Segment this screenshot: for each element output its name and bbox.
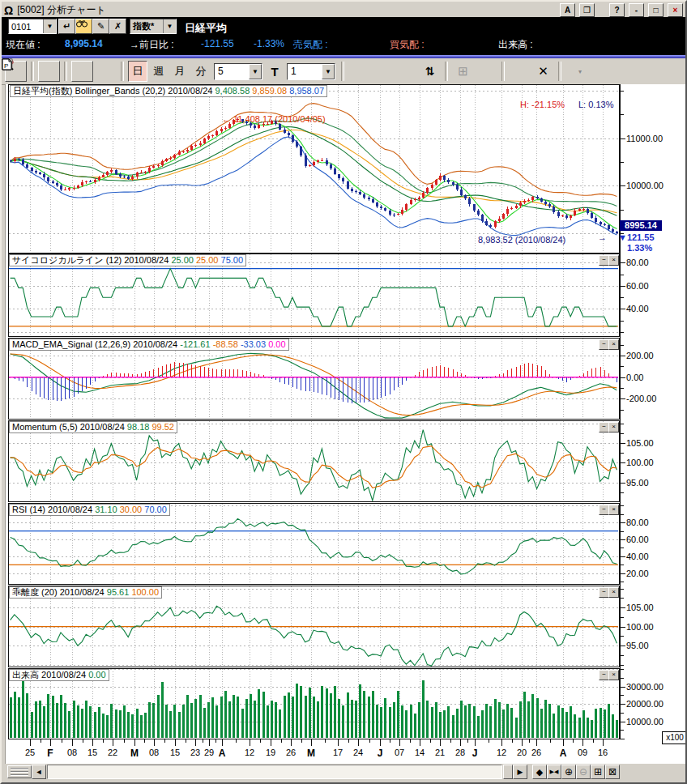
y-tick-label: 10000.00 bbox=[626, 717, 664, 726]
y-tick-label: -200.00 bbox=[626, 394, 656, 403]
header-text: 日経平均(指数) Bollinger_Bands (20,2) 2010/08/… bbox=[13, 86, 215, 96]
header-text: 30.00 bbox=[117, 505, 143, 514]
y-tick-label: 80.00 bbox=[626, 518, 649, 527]
scrollbar-track[interactable] bbox=[47, 765, 502, 779]
y-tick-label: 105.00 bbox=[626, 603, 654, 612]
grid-toggle-button[interactable]: ⊞ bbox=[591, 765, 605, 779]
y-tick-label: 0.00 bbox=[626, 373, 643, 382]
header-text: 98.18 bbox=[127, 422, 150, 432]
y-tick-label: 30000.00 bbox=[626, 682, 664, 692]
panel-close-button[interactable]: × bbox=[608, 670, 619, 680]
panel-close-button[interactable]: × bbox=[608, 505, 619, 515]
y-tick-label: 40.00 bbox=[626, 552, 649, 561]
x-axis-label: 24 bbox=[348, 748, 369, 757]
y-tick-label: 11000.00 bbox=[626, 134, 663, 143]
x-axis-label: 21 bbox=[429, 748, 450, 757]
kairi-panel-header: 乖離度 (20) 2010/08/24 95.61 100.00 bbox=[9, 586, 162, 599]
psych-panel-header: サイコロジカルライン (12) 2010/08/24 25.00 25.00 7… bbox=[9, 254, 246, 266]
x-axis-label: A bbox=[211, 748, 233, 759]
header-text: 31.10 bbox=[95, 505, 117, 514]
x-axis-label: 12 bbox=[239, 748, 260, 757]
x-axis-label: A bbox=[553, 748, 574, 759]
macd-panel-header: MACD_EMA_Signal (12,26,9) 2010/08/24 -12… bbox=[9, 339, 289, 351]
header-text: 8,958.07 bbox=[287, 86, 324, 96]
zoom-out-button[interactable]: ⊖ bbox=[576, 765, 591, 779]
arrow-right-icon: → bbox=[598, 232, 607, 242]
volume-panel-header: 出来高 2010/08/24 0.00 bbox=[9, 669, 109, 681]
x-axis-label: 08 bbox=[143, 748, 164, 757]
header-text: 100.00 bbox=[129, 587, 159, 597]
close-panel-button[interactable]: ⊠ bbox=[605, 765, 620, 779]
panel-close-button[interactable]: × bbox=[608, 255, 619, 266]
low-change-badge: L: 0.13% bbox=[578, 100, 613, 109]
y-tick-label: 105.00 bbox=[626, 438, 654, 448]
y-tick-label: 200.00 bbox=[626, 351, 654, 360]
resize-grip[interactable] bbox=[7, 765, 32, 778]
x-axis-label: 08 bbox=[62, 748, 83, 757]
header-text: サイコロジカルライン (12) 2010/08/24 bbox=[12, 255, 171, 265]
x-axis-label: 26 bbox=[280, 748, 301, 757]
y-tick-label: 60.00 bbox=[626, 535, 649, 544]
last-price-change: ▼121.55 bbox=[618, 232, 655, 242]
x-axis-label: 15 bbox=[164, 748, 186, 757]
peak-price-annotation: ← 11,408.17 (2010/04/05) bbox=[222, 114, 326, 124]
chart-canvas bbox=[2, 2, 687, 766]
scroll-left-button[interactable]: ◄ bbox=[32, 765, 46, 779]
momentum-panel-header: Momentum (5,5) 2010/08/24 98.18 99.52 bbox=[9, 421, 177, 433]
scroll-right-button[interactable]: ▶ bbox=[513, 765, 527, 779]
y-tick-label: 20000.00 bbox=[626, 699, 664, 709]
header-text: Momentum (5,5) 2010/08/24 bbox=[12, 422, 127, 432]
x-axis-label: J bbox=[464, 748, 485, 759]
zoom-in-button[interactable]: ⊕ bbox=[561, 765, 576, 779]
panel-close-button[interactable]: × bbox=[608, 422, 619, 432]
x-axis-label: M bbox=[301, 748, 322, 759]
y-tick-label: 95.00 bbox=[626, 478, 649, 488]
low-price-annotation: 8,983.52 (2010/08/24) bbox=[478, 235, 565, 245]
x-axis-label: 19 bbox=[260, 748, 281, 757]
high-change-badge: H: -21.15% bbox=[520, 100, 565, 109]
header-text: 0.00 bbox=[266, 339, 285, 349]
header-text: -33.03 bbox=[238, 339, 266, 349]
y-tick-label: 100.00 bbox=[626, 458, 654, 467]
app-window: Ω [5002] 分析チャート A ❐ ? - □ × 0101 ▼ ↵ ✎ ✗… bbox=[0, 0, 687, 784]
header-text: RSI (14) 2010/08/24 bbox=[12, 505, 95, 514]
header-text: 99.52 bbox=[149, 422, 174, 432]
y-tick-label: 100.00 bbox=[626, 622, 654, 632]
x-axis-label: 26 bbox=[526, 748, 547, 757]
panel-close-button[interactable]: × bbox=[608, 587, 619, 598]
x-axis-label: 22 bbox=[102, 748, 123, 757]
x-axis-label: 15 bbox=[82, 748, 103, 757]
x-axis-label: 09 bbox=[572, 748, 593, 757]
chart-scrollbar: ◄ ▶ ◆ ▶◀ ⊕ ⊖ ⊞ ⊠ bbox=[5, 764, 686, 780]
header-text: 9,859.08 bbox=[250, 86, 287, 96]
header-text: 75.00 bbox=[219, 255, 244, 265]
last-price-pct: 1.33% bbox=[627, 243, 652, 253]
volume-unit-badge: x100 bbox=[662, 731, 687, 744]
rsi-panel-header: RSI (14) 2010/08/24 31.10 30.00 70.00 bbox=[9, 504, 170, 516]
header-text: -121.61 bbox=[180, 339, 210, 349]
header-text: 25.00 bbox=[171, 255, 194, 265]
jump-latest-button[interactable]: ▶◀ bbox=[547, 765, 561, 779]
x-axis-label: F bbox=[40, 748, 61, 759]
x-axis-label: J bbox=[369, 748, 390, 759]
x-axis-label: 17 bbox=[327, 748, 348, 757]
header-text: 乖離度 (20) 2010/08/24 bbox=[12, 587, 107, 597]
x-axis-label: 07 bbox=[389, 748, 410, 757]
header-text: 出来高 2010/08/24 bbox=[12, 670, 88, 680]
y-tick-label: 40.00 bbox=[626, 304, 649, 313]
header-text: 70.00 bbox=[142, 505, 167, 514]
scrollbar-thumb[interactable] bbox=[503, 765, 513, 779]
header-text: 95.61 bbox=[107, 587, 130, 597]
main-panel-header: 日経平均(指数) Bollinger_Bands (20,2) 2010/08/… bbox=[10, 85, 327, 97]
x-axis-label: 12 bbox=[491, 748, 512, 757]
header-text: 9,408.58 bbox=[215, 86, 250, 96]
header-text: 25.00 bbox=[194, 255, 219, 265]
header-text: 0.00 bbox=[88, 670, 105, 680]
y-tick-label: 80.00 bbox=[626, 258, 649, 267]
x-axis-label: 25 bbox=[19, 748, 41, 757]
diamond-cursor-button[interactable]: ◆ bbox=[532, 765, 547, 779]
panel-close-button[interactable]: × bbox=[608, 339, 619, 350]
x-axis-label: M bbox=[124, 748, 145, 759]
x-axis-label: 16 bbox=[592, 748, 613, 757]
last-price-tag: 8995.14 bbox=[620, 220, 662, 231]
